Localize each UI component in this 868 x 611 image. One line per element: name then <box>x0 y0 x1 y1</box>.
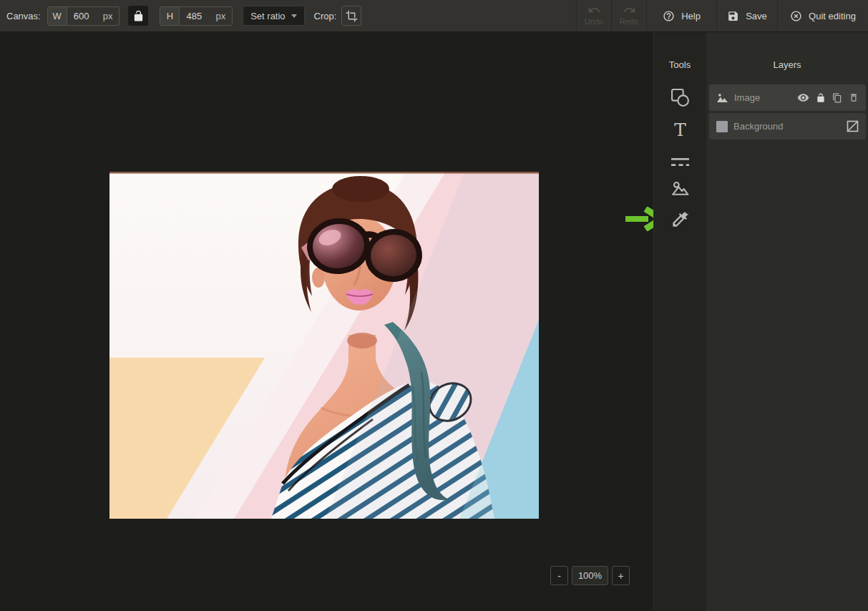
trash-icon <box>849 92 859 103</box>
shapes-tool[interactable] <box>670 88 690 107</box>
zoom-in-button[interactable]: + <box>612 566 630 585</box>
canvas-label: Canvas: <box>6 11 41 21</box>
quit-editing-label: Quit editing <box>809 11 856 21</box>
layers-panel-title: Layers <box>706 32 868 70</box>
layer-actions <box>797 92 859 103</box>
crop-button[interactable] <box>341 6 361 26</box>
unlock-icon <box>132 10 145 22</box>
color-picker-tool[interactable] <box>670 210 690 229</box>
aspect-lock-button[interactable] <box>128 6 148 26</box>
eye-icon <box>797 93 809 102</box>
delete-layer-button[interactable] <box>849 92 859 103</box>
save-icon <box>727 10 739 22</box>
unlock-icon <box>816 93 826 103</box>
canvas-area: - 100% + <box>0 32 653 611</box>
set-ratio-dropdown[interactable]: Set ratio <box>243 6 304 26</box>
crop-label: Crop: <box>314 11 337 21</box>
redo-label: Redo <box>620 17 638 26</box>
crop-icon <box>346 10 358 22</box>
width-label: W <box>48 7 67 25</box>
canvas-height-input[interactable] <box>180 11 215 21</box>
redo-button[interactable]: Redo <box>612 0 646 32</box>
tools-panel-title: Tools <box>654 32 706 70</box>
close-circle-icon <box>790 10 802 22</box>
help-button[interactable]: Help <box>647 0 716 32</box>
zoom-controls: - 100% + <box>550 566 630 585</box>
layer-name: Background <box>733 121 841 132</box>
help-label: Help <box>681 11 701 21</box>
canvas-height-group: H px <box>160 6 233 26</box>
photo-layer-icon <box>716 92 728 103</box>
zoom-out-button[interactable]: - <box>550 566 568 585</box>
save-button[interactable]: Save <box>717 0 777 32</box>
canvas-width-group: W px <box>47 6 120 26</box>
chevron-down-icon <box>291 14 297 18</box>
text-tool[interactable]: T <box>670 120 690 140</box>
layer-actions <box>847 120 859 132</box>
set-ratio-value: Set ratio <box>250 11 285 21</box>
canvas-width-input[interactable] <box>67 11 103 21</box>
quit-editing-button[interactable]: Quit editing <box>778 0 868 32</box>
transparent-fill-button[interactable] <box>847 120 859 132</box>
layer-row-image[interactable]: Image <box>709 84 866 111</box>
save-label: Save <box>746 11 767 21</box>
top-toolbar: Canvas: W px H px Set ratio Crop: Undo <box>0 0 868 32</box>
lock-toggle-button[interactable] <box>816 93 826 103</box>
width-unit: px <box>103 11 120 21</box>
height-label: H <box>160 7 180 25</box>
eyedropper-icon <box>670 210 690 229</box>
image-icon <box>670 179 690 198</box>
lines-tool[interactable] <box>670 152 690 172</box>
shapes-icon <box>670 88 690 107</box>
duplicate-layer-button[interactable] <box>832 93 842 103</box>
tools-panel: Tools T <box>653 32 706 611</box>
svg-text:T: T <box>674 120 686 140</box>
zoom-level-display[interactable]: 100% <box>572 566 608 585</box>
lines-icon <box>670 152 690 172</box>
layer-name: Image <box>734 92 791 103</box>
image-tool[interactable] <box>670 179 690 198</box>
undo-button[interactable]: Undo <box>577 0 611 32</box>
layers-panel: Layers Image <box>706 32 868 611</box>
redo-icon <box>623 6 636 16</box>
transparent-icon <box>847 120 859 132</box>
undo-label: Undo <box>585 17 603 26</box>
height-unit: px <box>215 11 232 21</box>
undo-icon <box>587 6 601 16</box>
canvas-image[interactable] <box>109 172 539 519</box>
layer-list: Image <box>709 84 866 140</box>
help-icon <box>663 10 675 22</box>
text-icon: T <box>670 120 690 140</box>
duplicate-icon <box>832 93 842 103</box>
background-color-swatch <box>716 121 728 132</box>
layer-row-background[interactable]: Background <box>709 113 866 140</box>
visibility-button[interactable] <box>797 93 809 102</box>
